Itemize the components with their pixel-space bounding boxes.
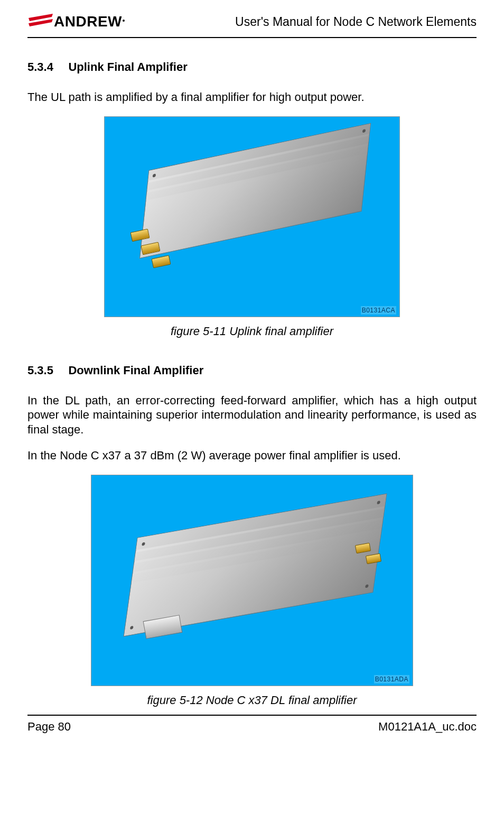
figure-caption: figure 5-12 Node C x37 DL final amplifie… xyxy=(147,694,357,707)
page-number: Page 80 xyxy=(27,720,71,734)
paragraph-text: In the Node C x37 a 37 dBm (2 W) average… xyxy=(27,448,477,463)
header-rule xyxy=(27,37,477,38)
logo-dot-icon xyxy=(123,20,125,22)
figure-tag: B0131ACA xyxy=(361,306,396,315)
document-reference: M0121A1A_uc.doc xyxy=(378,720,477,734)
page-container: ANDREW User's Manual for Node C Network … xyxy=(0,0,504,743)
figure-image-box: B0131ADA xyxy=(91,475,413,686)
section-heading-uplink: 5.3.4 Uplink Final Amplifier xyxy=(27,60,477,74)
logo-text: ANDREW xyxy=(54,13,122,30)
paragraph-text: The UL path is amplified by a final ampl… xyxy=(27,90,477,105)
figure-image-box: B0131ACA xyxy=(104,116,400,317)
figure-tag: B0131ADA xyxy=(374,675,409,683)
section-number: 5.3.4 xyxy=(27,60,53,74)
figure-uplink-amplifier: B0131ACA figure 5-11 Uplink final amplif… xyxy=(27,116,477,338)
section-heading-downlink: 5.3.5 Downlink Final Amplifier xyxy=(27,364,477,377)
section-title: Uplink Final Amplifier xyxy=(68,60,187,73)
paragraph-text: In the DL path, an error-correcting feed… xyxy=(27,393,477,437)
figure-downlink-amplifier: B0131ADA figure 5-12 Node C x37 DL final… xyxy=(27,475,477,707)
document-title: User's Manual for Node C Network Element… xyxy=(235,15,477,29)
brand-logo: ANDREW xyxy=(27,13,125,31)
section-number: 5.3.5 xyxy=(27,364,53,377)
page-header: ANDREW User's Manual for Node C Network … xyxy=(27,13,477,35)
section-title: Downlink Final Amplifier xyxy=(68,364,203,377)
page-footer: Page 80 M0121A1A_uc.doc xyxy=(27,715,477,734)
figure-caption: figure 5-11 Uplink final amplifier xyxy=(171,325,333,338)
logo-swoosh-icon xyxy=(27,13,54,31)
